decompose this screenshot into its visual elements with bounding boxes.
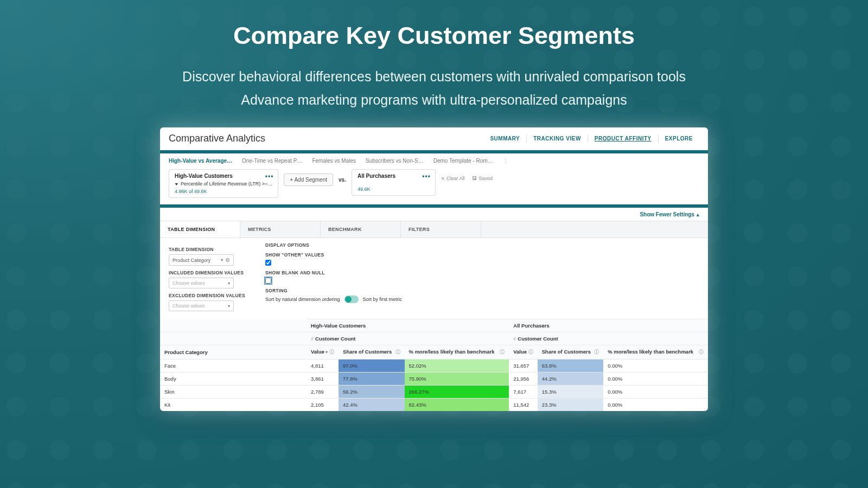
show-fewer-settings-toggle[interactable]: Show Fewer Settings [640,211,699,217]
cell-share-b: 44.2% [538,373,603,386]
cell-share-a: 97.0% [339,359,404,373]
cell-category: Face [160,359,307,373]
cell-share-b: 23.3% [538,399,603,412]
affinity-table: High-Value Customers All Purchasers Cust… [160,319,708,411]
template-tab-demo[interactable]: Demo Template - Rom… [433,158,493,164]
cell-share-b: 63.8% [538,359,603,373]
col-sub-count-b: Customer Count [509,332,708,345]
template-overflow-icon[interactable]: ⋮ [503,158,508,164]
hero-line-2: Advance marketing programs with ultra-pe… [11,88,857,112]
col-group-b: All Purchasers [509,319,708,332]
hero-title: Compare Key Customer Segments [11,22,857,50]
settings-tab-dimension[interactable]: TABLE DIMENSION [160,221,240,237]
template-tabs: High-Value vs Average… One-Time vs Repea… [160,153,708,166]
cell-category: Kit [160,399,307,412]
label-excluded-values: EXCLUDED DIMENSION VALUES [169,293,250,298]
nav-explore[interactable]: EXPLORE [658,134,699,143]
cell-value-a: 2,105 [307,399,339,412]
app-window: Comparative Analytics SUMMARY TRACKING V… [160,127,708,411]
cell-value-b: 31,657 [509,359,538,373]
cell-share-a: 42.4% [339,399,404,412]
gear-icon[interactable] [225,257,230,263]
cell-category: Body [160,373,307,386]
label-included-values: INCLUDED DIMENSION VALUES [169,270,250,275]
nav-product-affinity[interactable]: PRODUCT AFFINITY [588,134,658,143]
cell-value-a: 3,861 [307,373,339,386]
settings-tab-metrics[interactable]: METRICS [240,221,321,237]
segment-a-title: High-Value Customers [175,173,272,179]
cell-category: Skin [160,386,307,399]
settings-tab-benchmark[interactable]: BENCHMARK [321,221,401,237]
excluded-values-select[interactable]: Choose values▾ [169,300,234,311]
sort-metric-label: Sort by first metric [363,297,403,302]
settings-tabs: TABLE DIMENSION METRICS BENCHMARK FILTER… [160,221,708,238]
template-tab-repeat[interactable]: One-Time vs Repeat P… [242,158,302,164]
cell-share-a: 56.2% [339,386,404,399]
col-group-a: High-Value Customers [307,319,509,332]
col-value-a[interactable]: Valueⓘ [307,345,339,359]
clear-all-button[interactable]: Clear All [441,176,465,181]
segment-card-a[interactable]: High-Value Customers ••• Percentile of L… [169,169,278,198]
cell-diff-b: 0.00% [603,386,708,399]
segment-b-title: All Purchasers [358,173,430,179]
segment-a-filter: Percentile of Lifetime Revenue (LTR) >=… [181,181,272,187]
info-icon[interactable]: ⓘ [329,349,334,356]
segment-b-menu-icon[interactable]: ••• [422,173,431,181]
info-icon[interactable]: ⓘ [528,349,533,356]
table-row: Kit2,10542.4%82.43%11,54223.3%0.00% [160,399,708,412]
template-tab-high-value[interactable]: High-Value vs Average… [169,158,232,164]
cell-diff-a: 75.90% [405,373,509,386]
cell-value-a: 2,789 [307,386,339,399]
segment-card-b[interactable]: All Purchasers ••• 49.6K [352,169,436,196]
col-sub-count-a: Customer Count [307,332,509,345]
close-icon [441,176,445,181]
nav-tracking-view[interactable]: TRACKING VIEW [526,134,588,143]
cell-diff-b: 0.00% [603,359,708,373]
col-share-a[interactable]: Share of Customersⓘ [339,345,404,359]
col-diff-b[interactable]: % more/less likely than benchmarkⓘ [603,345,708,359]
label-show-other: SHOW "OTHER" VALUES [265,252,402,258]
cell-share-a: 77.8% [339,373,404,386]
saved-indicator[interactable]: Saved [472,176,493,181]
cell-diff-a: 82.43% [405,399,509,412]
template-tab-gender[interactable]: Females vs Males [312,158,356,164]
col-value-b[interactable]: Valueⓘ [509,345,538,359]
label-show-blank: SHOW BLANK AND NULL [265,270,402,275]
hash-icon [311,336,315,342]
label-display-options: DISPLAY OPTIONS [265,242,402,248]
col-share-b[interactable]: Share of Customersⓘ [538,345,603,359]
vs-label: vs. [339,177,346,183]
save-icon [472,176,477,181]
cell-diff-b: 0.00% [603,373,708,386]
add-segment-button[interactable]: + Add Segment [284,174,333,186]
sort-natural-label: Sort by natural dimension ordering [265,297,340,302]
info-icon[interactable]: ⓘ [500,349,505,356]
settings-tab-filters[interactable]: FILTERS [401,221,481,237]
template-tab-subscribers[interactable]: Subscribers vs Non-S… [366,158,424,164]
table-row: Skin2,78956.2%266.27%7,61715.3%0.00% [160,386,708,399]
col-category[interactable]: Product Category [160,345,307,359]
show-blank-checkbox[interactable] [265,278,271,284]
nav-summary[interactable]: SUMMARY [483,134,526,143]
cell-value-a: 4,811 [307,359,339,373]
included-values-select[interactable]: Choose values▾ [169,278,234,288]
segment-a-count: 4.96K of 49.6K [175,189,272,194]
hero-line-1: Discover behavioral differences between … [11,65,857,88]
segment-a-menu-icon[interactable]: ••• [265,173,274,181]
info-icon[interactable]: ⓘ [594,349,599,356]
table-row: Body3,86177.8%75.90%21,95644.2%0.00% [160,373,708,386]
sorting-toggle[interactable] [344,296,359,303]
cell-value-b: 7,617 [509,386,538,399]
cell-diff-a: 266.27% [405,386,509,399]
label-sorting: SORTING [265,288,402,293]
info-icon[interactable]: ⓘ [699,349,704,356]
info-icon[interactable]: ⓘ [395,349,400,356]
chevron-up-icon [697,212,699,217]
cell-diff-b: 0.00% [603,399,708,412]
label-table-dimension: TABLE DIMENSION [169,247,250,252]
show-other-checkbox[interactable] [265,260,271,266]
cell-share-b: 15.3% [538,386,603,399]
table-dimension-select[interactable]: Product Category ▾ [169,254,234,266]
col-diff-a[interactable]: % more/less likely than benchmarkⓘ [405,345,509,359]
segment-b-count: 49.6K [358,187,430,192]
